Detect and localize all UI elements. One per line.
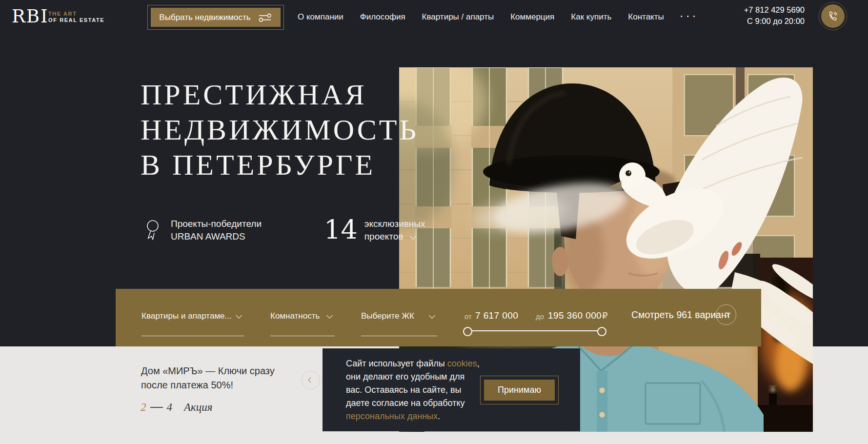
chevron-right-icon (723, 312, 728, 317)
property-type-dropdown[interactable]: Квартиры и апартаме... (141, 311, 232, 321)
slider-prev-button[interactable] (302, 371, 320, 389)
main-nav: О компании Философия Квартиры / апарты К… (298, 0, 696, 34)
price-slider-handle-min[interactable] (463, 327, 472, 336)
phone-number[interactable]: +7 812 429 5690 (729, 4, 805, 16)
chevron-down-icon[interactable] (429, 312, 435, 319)
working-hours: С 9:00 до 20:00 (729, 16, 805, 27)
sliders-icon (258, 13, 272, 22)
chevron-down-icon[interactable] (410, 233, 416, 240)
hero-title: ПРЕСТИЖНАЯ НЕДВИЖИМОСТЬ В ПЕТЕРБУРГЕ (141, 77, 419, 182)
nav-item-how-to-buy[interactable]: Как купить (571, 12, 611, 22)
price-to-label: до (536, 312, 544, 321)
chevron-down-icon[interactable] (236, 312, 242, 319)
divider (270, 336, 335, 336)
price-from-value[interactable]: 7 617 000 (475, 310, 518, 321)
pagination-dash (150, 407, 163, 408)
phone-icon (828, 11, 838, 21)
logo-tagline-line1: THE ART (48, 11, 104, 17)
rbi-logo[interactable]: RBI (12, 6, 49, 27)
logo-tagline-line2: OF REAL ESTATE (48, 17, 104, 23)
property-filter-bar: Квартиры и апартаме... Комнатность Выбер… (116, 289, 761, 346)
select-property-label: Выбрать недвижимость (159, 13, 250, 22)
show-results-arrow-button[interactable] (716, 304, 736, 325)
cookie-accept-label: Принимаю (484, 380, 555, 401)
logo-tagline: THE ART OF REAL ESTATE (48, 11, 104, 23)
hero-title-line3: В ПЕТЕРБУРГЕ (141, 147, 419, 182)
chevron-down-icon[interactable] (326, 312, 333, 319)
call-button[interactable] (819, 2, 847, 30)
award-line1: Проекты-победители (171, 218, 262, 230)
nav-more-button[interactable]: • • • (681, 13, 697, 21)
award-text: Проекты-победители URBAN AWARDS (171, 218, 262, 243)
price-from-label: от (464, 312, 472, 321)
projects-count: 14 (324, 218, 358, 243)
hero-title-line2: НЕДВИЖИМОСТЬ (141, 112, 419, 147)
nav-item-about[interactable]: О компании (298, 12, 343, 22)
award-medal-icon (145, 220, 160, 243)
promo-slide-title[interactable]: Дом «МИРЪ» — Ключи сразу после платежа 5… (141, 364, 302, 392)
price-slider-track[interactable] (467, 330, 601, 331)
projects-label[interactable]: эксклюзивных проектов (364, 218, 425, 243)
nav-item-commercial[interactable]: Коммерция (510, 12, 554, 22)
promo-tag: Акция (184, 401, 213, 414)
rooms-dropdown[interactable]: Комнатность (270, 311, 320, 321)
cookies-link[interactable]: cookies (447, 359, 477, 368)
cookie-accept-button[interactable]: Принимаю (480, 376, 559, 404)
cookie-text: Сайт использует файлы cookies, они делаю… (346, 357, 480, 423)
nav-item-apartments[interactable]: Квартиры / апарты (422, 12, 494, 22)
cookie-text-part: Сайт использует файлы (346, 359, 447, 368)
currency-symbol: ₽ (602, 310, 607, 321)
projects-label-line2: проектов (364, 231, 404, 242)
price-to-value[interactable]: 195 360 000 (548, 310, 602, 321)
complex-dropdown[interactable]: Выберите ЖК (361, 311, 414, 321)
personal-data-link[interactable]: персональных данных (346, 411, 438, 421)
hero-title-line1: ПРЕСТИЖНАЯ (141, 77, 419, 112)
cookie-banner: Сайт использует файлы cookies, они делаю… (323, 348, 580, 431)
divider (141, 336, 244, 336)
cookie-text-part: . (438, 411, 440, 421)
nav-item-contacts[interactable]: Контакты (628, 12, 664, 22)
projects-label-line1: эксклюзивных (364, 218, 425, 230)
chevron-left-icon (308, 377, 313, 383)
pagination-total: 4 (167, 401, 173, 414)
pagination-current: 2 (141, 401, 146, 414)
hero-badges: Проекты-победители URBAN AWARDS 14 экскл… (145, 218, 425, 243)
slider-pagination: 2 4 Акция (141, 400, 213, 415)
select-property-button[interactable]: Выбрать недвижимость (147, 5, 284, 30)
award-line2: URBAN AWARDS (171, 230, 262, 243)
contact-info: +7 812 429 5690 С 9:00 до 20:00 (729, 4, 805, 27)
nav-item-philosophy[interactable]: Философия (360, 12, 405, 22)
divider (361, 336, 437, 336)
price-slider-handle-max[interactable] (597, 327, 606, 336)
